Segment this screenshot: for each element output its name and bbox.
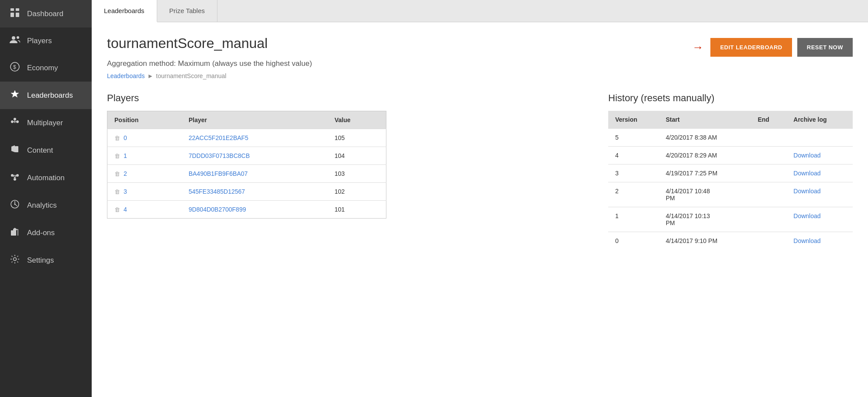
sidebar-item-label: Add-ons [27, 229, 55, 237]
version-cell: 1 [608, 207, 659, 232]
svg-rect-13 [15, 146, 18, 152]
svg-rect-2 [10, 13, 14, 17]
sidebar-item-content[interactable]: Content [0, 137, 92, 164]
position-value[interactable]: 3 [124, 188, 127, 195]
title-block: tournamentScore_manual [107, 35, 268, 51]
download-link[interactable]: Download [793, 237, 820, 244]
table-row: 1 4/14/2017 10:13 PM Download [608, 207, 853, 232]
position-value[interactable]: 0 [124, 134, 127, 141]
col-archive-log: Archive log [786, 111, 853, 129]
arrow-icon: → [692, 41, 703, 54]
sidebar-item-multiplayer[interactable]: Multiplayer [0, 109, 92, 137]
history-section-title: History (resets manually) [608, 92, 853, 104]
end-cell [751, 182, 786, 207]
col-end: End [751, 111, 786, 129]
delete-icon[interactable]: 🗑 [114, 188, 120, 195]
history-header-row: Version Start End Archive log [608, 111, 853, 129]
archive-log-cell: Download [786, 147, 853, 164]
end-cell [751, 207, 786, 232]
two-column-layout: Players Position Player Value 🗑 0 [107, 92, 853, 250]
table-row: 🗑 4 9D804D0B2700F899 101 [107, 201, 386, 219]
automation-icon [9, 172, 21, 184]
end-cell [751, 232, 786, 250]
position-cell: 🗑 4 [107, 201, 182, 219]
player-cell: 7DDD03F0713BC8CB [182, 147, 327, 165]
position-value[interactable]: 1 [124, 152, 127, 159]
dashboard-icon [9, 8, 21, 20]
player-cell: 545FE33485D12567 [182, 183, 327, 201]
sidebar-item-label: Settings [27, 256, 54, 265]
archive-log-cell: Download [786, 232, 853, 250]
breadcrumb-current: tournamentScore_manual [156, 72, 226, 79]
sidebar-item-leaderboards[interactable]: Leaderboards [0, 82, 92, 109]
position-value[interactable]: 2 [124, 170, 127, 177]
svg-rect-1 [16, 8, 19, 11]
sidebar-item-economy[interactable]: $ Economy [0, 54, 92, 82]
sidebar-item-automation[interactable]: Automation [0, 164, 92, 192]
table-row: 🗑 2 BA490B1FB9F6BA07 103 [107, 165, 386, 183]
delete-icon[interactable]: 🗑 [114, 171, 120, 177]
player-cell: 22ACC5F201E2BAF5 [182, 129, 327, 147]
delete-icon[interactable]: 🗑 [114, 153, 120, 159]
player-cell: 9D804D0B2700F899 [182, 201, 327, 219]
page-title: tournamentScore_manual [107, 35, 268, 51]
sidebar-item-label: Leaderboards [27, 91, 73, 100]
table-row: 3 4/19/2017 7:25 PM Download [608, 164, 853, 182]
page-header: tournamentScore_manual → EDIT LEADERBOAR… [107, 35, 853, 57]
tab-leaderboards[interactable]: Leaderboards [92, 0, 157, 22]
download-link[interactable]: Download [793, 152, 820, 159]
position-cell: 🗑 2 [107, 165, 182, 183]
start-cell: 4/14/2017 9:10 PM [659, 232, 751, 250]
position-value[interactable]: 4 [124, 206, 127, 213]
svg-point-9 [16, 120, 19, 123]
breadcrumb-parent-link[interactable]: Leaderboards [107, 72, 145, 79]
end-cell [751, 147, 786, 164]
sidebar-item-label: Multiplayer [27, 119, 63, 127]
player-id-link[interactable]: BA490B1FB9F6BA07 [189, 170, 248, 177]
main-content: Leaderboards Prize Tables tournamentScor… [92, 0, 868, 397]
start-cell: 4/20/2017 8:29 AM [659, 147, 751, 164]
tab-prize-tables[interactable]: Prize Tables [157, 0, 217, 22]
edit-leaderboard-button[interactable]: EDIT LEADERBOARD [710, 38, 792, 57]
reset-now-button[interactable]: RESET NOW [797, 38, 853, 57]
tab-bar: Leaderboards Prize Tables [92, 0, 868, 22]
player-id-link[interactable]: 7DDD03F0713BC8CB [189, 152, 250, 159]
svg-point-10 [14, 118, 16, 120]
delete-icon[interactable]: 🗑 [114, 135, 120, 141]
multiplayer-icon [9, 117, 21, 129]
svg-rect-0 [10, 8, 14, 11]
svg-line-19 [15, 176, 16, 178]
svg-point-5 [17, 36, 19, 39]
players-header-row: Position Player Value [107, 111, 386, 129]
sidebar-item-addons[interactable]: Add-ons [0, 219, 92, 246]
svg-line-18 [14, 176, 15, 178]
version-cell: 0 [608, 232, 659, 250]
sidebar-item-label: Players [27, 37, 52, 45]
settings-icon [9, 254, 21, 266]
sidebar-item-players[interactable]: Players [0, 27, 92, 54]
sidebar-item-label: Dashboard [27, 10, 63, 18]
position-cell: 🗑 3 [107, 183, 182, 201]
sidebar-item-dashboard[interactable]: Dashboard [0, 0, 92, 27]
breadcrumb: Leaderboards ► tournamentScore_manual [107, 72, 853, 79]
breadcrumb-separator: ► [147, 72, 153, 79]
player-id-link[interactable]: 545FE33485D12567 [189, 188, 245, 195]
sidebar-item-label: Economy [27, 64, 58, 72]
download-link[interactable]: Download [793, 188, 820, 195]
history-section: History (resets manually) Version Start … [608, 92, 853, 250]
download-link[interactable]: Download [793, 212, 820, 219]
table-row: 🗑 1 7DDD03F0713BC8CB 104 [107, 147, 386, 165]
player-id-link[interactable]: 9D804D0B2700F899 [189, 206, 246, 213]
svg-point-8 [11, 120, 14, 123]
download-link[interactable]: Download [793, 170, 820, 177]
sidebar: Dashboard Players $ Economy Leaderboards… [0, 0, 92, 397]
sidebar-item-label: Content [27, 146, 53, 155]
player-id-link[interactable]: 22ACC5F201E2BAF5 [189, 134, 248, 141]
delete-icon[interactable]: 🗑 [114, 206, 120, 213]
col-start: Start [659, 111, 751, 129]
archive-log-cell: Download [786, 182, 853, 207]
sidebar-item-settings[interactable]: Settings [0, 246, 92, 274]
col-position: Position [107, 111, 182, 129]
start-cell: 4/14/2017 10:13 PM [659, 207, 751, 232]
sidebar-item-analytics[interactable]: Analytics [0, 192, 92, 219]
